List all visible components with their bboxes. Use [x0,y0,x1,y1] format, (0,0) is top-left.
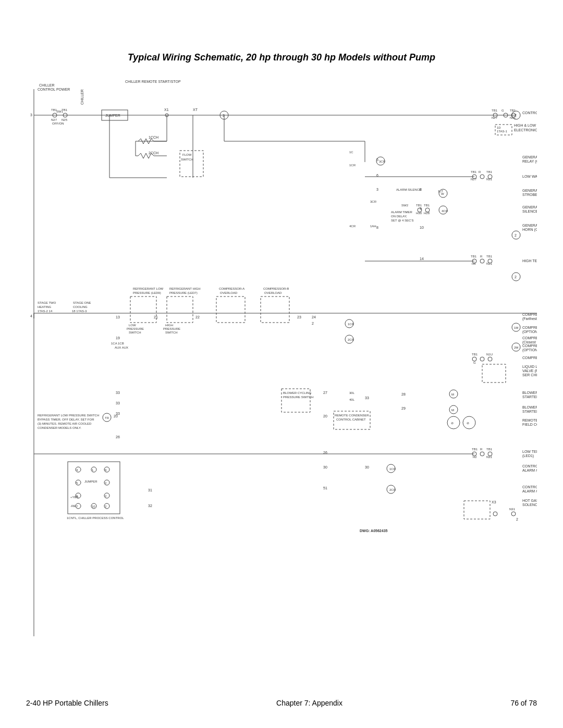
svg-point-250 [511,512,516,516]
svg-text:1: 1 [92,468,94,472]
svg-text:23: 23 [297,315,301,319]
svg-text:SER CHILLERS ONLY): SER CHILLERS ONLY) [522,373,537,377]
svg-text:(LED1): (LED1) [522,454,534,458]
svg-text:PRESSURE: PRESSURE [127,327,144,330]
svg-text:1CCH: 1CCH [149,135,158,139]
svg-text:20: 20 [114,414,118,418]
svg-text:⊘: ⊘ [451,422,454,425]
svg-text:1C: 1C [349,151,353,154]
svg-text:32: 32 [148,504,152,508]
svg-text:1CR: 1CR [389,467,396,471]
svg-text:X3: X3 [492,500,496,504]
svg-text:N31: N31 [509,508,516,511]
svg-text:HOT GAS BYPASS: HOT GAS BYPASS [522,499,537,502]
svg-text:(3) MINUTES. REMOTE AIR COOLED: (3) MINUTES. REMOTE AIR COOLED [38,422,92,425]
svg-text:27: 27 [323,391,327,394]
svg-text:ON DELAY,: ON DELAY, [391,215,407,218]
footer-left: 2-40 HP Portable Chillers [26,699,108,707]
svg-text:3CR: 3CR [379,160,386,163]
svg-text:22: 22 [195,315,200,319]
svg-text:LOW: LOW [129,324,136,327]
svg-text:CONTROLLER: CONTROLLER [522,485,537,489]
svg-text:COOLING: COOLING [73,305,88,309]
svg-text:ALARM SILENCE: ALARM SILENCE [396,188,421,191]
svg-text:GENERAL FAULT ALARM: GENERAL FAULT ALARM [522,155,537,159]
svg-text:STROBE LIGHT (OPTIONAL): STROBE LIGHT (OPTIONAL) [522,193,537,197]
svg-text:2CR: 2CR [348,338,354,341]
svg-text:COMPRESSOR "B" HOUR METER: COMPRESSOR "B" HOUR METER [522,344,537,348]
svg-text:TB1: TB1 [471,170,477,174]
svg-text:+YES: +YES [70,496,79,499]
svg-text:(Farthest from the evaporator): (Farthest from the evaporator) [522,317,537,321]
svg-text:2: 2 [516,517,518,521]
svg-text:1M: 1M [514,326,518,329]
svg-text:LOW WATER FLOW (LED10): LOW WATER FLOW (LED10) [522,175,537,179]
svg-text:26: 26 [116,435,120,439]
svg-text:H28: H28 [424,212,430,215]
svg-text:1TAS-2  14: 1TAS-2 14 [38,310,53,313]
svg-text:GENERAL FAULT ALARM: GENERAL FAULT ALARM [522,189,537,192]
svg-point-174 [480,357,484,361]
svg-text:2: 2 [515,275,517,279]
svg-text:HIGH TEMPERATURE (LED3): HIGH TEMPERATURE (LED3) [522,259,537,263]
svg-text:21: 21 [154,315,158,319]
svg-text:TB1: TB1 [486,255,493,258]
svg-rect-135 [130,297,156,323]
wiring-schematic: .schematic-text { font-family: Arial, sa… [26,73,537,647]
svg-text:3CR: 3CR [370,200,377,203]
svg-text:G: G [473,361,476,364]
svg-text:1CA  1CB: 1CA 1CB [111,342,124,345]
svg-text:9: 9 [105,468,107,472]
svg-text:H30: H30 [416,212,422,215]
svg-rect-178 [482,364,506,382]
svg-text:LIQUID LINE SOLENOID: LIQUID LINE SOLENOID [522,365,537,369]
svg-text:TB1: TB1 [486,170,493,174]
svg-text:1CR: 1CR [349,164,356,167]
svg-text:SWITCH: SWITCH [181,158,193,161]
svg-text:N25: N25 [62,118,68,121]
svg-text:30: 30 [365,465,369,469]
svg-text:BLOWER FRONT: BLOWER FRONT [522,391,537,394]
svg-text:TR: TR [105,416,109,419]
svg-text:M: M [451,393,454,396]
svg-text:REMOTE CONDENSER: REMOTE CONDENSER [522,418,537,422]
svg-point-249 [493,512,497,516]
svg-text:W: W [441,192,444,195]
svg-text:SW1: SW1 [56,110,64,113]
svg-text:FIELD CONTROL WIRING: FIELD CONTROL WIRING [522,423,537,426]
svg-text:CHILLER: CHILLER [39,83,55,87]
svg-text:OFF/ON: OFF/ON [52,122,64,125]
svg-point-68 [480,175,484,179]
svg-text:OVERLOAD: OVERLOAD [264,291,282,294]
svg-text:2CR: 2CR [389,488,396,491]
svg-text:CONTROL POWER: CONTROL POWER [38,88,70,91]
svg-text:H2: H2 [473,455,477,459]
svg-text:TB1: TB1 [472,353,478,356]
svg-text:24: 24 [312,315,316,319]
svg-text:TB1: TB1 [472,448,478,451]
svg-text:29: 29 [401,406,406,410]
svg-text:DWG: A0562435: DWG: A0562435 [360,529,388,533]
svg-text:BYPASS TIMER, OFF DELAY, SET F: BYPASS TIMER, OFF DELAY, SET FOR [38,418,94,421]
svg-text:N31: N31 [486,178,493,181]
svg-text:HIGH & LOW TEMPERATURE: HIGH & LOW TEMPERATURE [514,124,537,127]
svg-text:JUMPER: JUMPER [105,114,120,117]
svg-text:JUMPER: JUMPER [84,480,97,483]
svg-text:ALARM TIMER: ALARM TIMER [391,211,413,214]
svg-text:R: R [480,448,483,451]
svg-text:LOW TEMPERATURE: LOW TEMPERATURE [522,450,537,453]
svg-text:SET @ 4 SEC'S: SET @ 4 SEC'S [391,219,413,222]
svg-text:TB1: TB1 [510,109,516,112]
svg-text:M: M [451,409,454,412]
svg-text:(OPTIONAL): (OPTIONAL) [522,330,537,334]
page-container: Typical Wiring Schematic, 20 hp through … [0,0,563,728]
svg-text:R: R [479,170,481,174]
svg-text:2: 2 [105,482,107,485]
svg-text:BLOWER BACK: BLOWER BACK [522,405,537,409]
svg-text:40L: 40L [349,398,355,401]
svg-text:N27: N27 [492,116,498,119]
svg-text:REFRIGERANT LOW: REFRIGERANT LOW [133,287,164,290]
svg-text:⊘: ⊘ [467,422,469,425]
svg-text:2: 2 [312,322,314,325]
svg-text:REMOTE CONDENSER: REMOTE CONDENSER [335,414,369,417]
